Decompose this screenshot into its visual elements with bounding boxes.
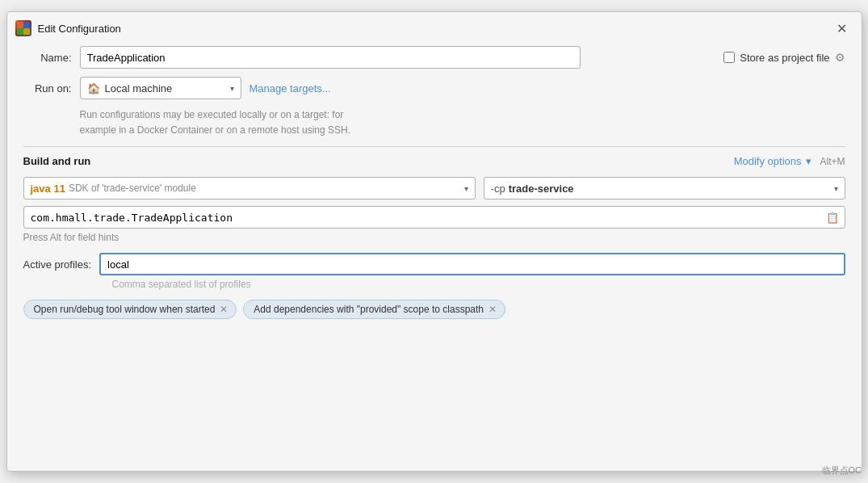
profiles-hint: Comma separated list of profiles xyxy=(112,279,845,290)
main-class-input[interactable] xyxy=(23,206,845,229)
cp-prefix-label: -cp xyxy=(491,183,505,195)
local-machine-label: Local machine xyxy=(105,82,173,94)
store-project-row: Store as project file ⚙ xyxy=(723,51,845,64)
sdk-bold-label: java 11 xyxy=(31,183,65,195)
modify-options-link[interactable]: Modify options xyxy=(734,155,802,167)
divider xyxy=(23,146,845,147)
run-on-label: Run on: xyxy=(23,82,72,94)
cp-value-label: trade-service xyxy=(509,183,574,195)
watermark: 临界点OC xyxy=(822,464,862,477)
active-profiles-row: Active profiles: xyxy=(23,253,845,275)
main-class-row: 📋 xyxy=(23,206,845,229)
home-icon: 🏠 xyxy=(87,82,100,94)
dialog-body: Name: Store as project file ⚙ Run on: 🏠 … xyxy=(7,43,862,471)
sdk-dropdown[interactable]: java 11 SDK of 'trade-service' module ▾ xyxy=(23,177,476,200)
svg-rect-1 xyxy=(23,22,30,28)
store-project-checkbox[interactable] xyxy=(723,52,735,63)
profiles-input[interactable] xyxy=(99,253,845,275)
modify-options-container: Modify options ▾ Alt+M xyxy=(734,155,845,167)
run-on-row: Run on: 🏠 Local machine ▾ Manage targets… xyxy=(23,77,845,99)
svg-rect-3 xyxy=(23,28,30,35)
build-row: java 11 SDK of 'trade-service' module ▾ … xyxy=(23,177,845,200)
tag-add-deps-label: Add dependencies with "provided" scope t… xyxy=(254,304,484,315)
name-label: Name: xyxy=(23,52,72,64)
close-button[interactable]: ✕ xyxy=(834,20,850,36)
name-row: Name: Store as project file ⚙ xyxy=(23,46,845,69)
gear-icon[interactable]: ⚙ xyxy=(835,51,845,64)
hint-line2: example in a Docker Container or on a re… xyxy=(80,124,351,136)
dropdown-arrow-icon: ▾ xyxy=(230,84,234,93)
app-icon xyxy=(15,20,31,36)
build-run-section-header: Build and run Modify options ▾ Alt+M xyxy=(23,155,845,167)
field-hint: Press Alt for field hints xyxy=(23,232,845,243)
dialog-title: Edit Configuration xyxy=(38,23,828,35)
cp-dropdown[interactable]: -cp trade-service ▾ xyxy=(484,177,845,200)
browse-icon[interactable]: 📋 xyxy=(826,212,839,224)
tag-add-deps-close[interactable]: ✕ xyxy=(489,304,497,314)
hint-line1: Run configurations may be executed local… xyxy=(80,109,344,120)
run-on-dropdown[interactable]: 🏠 Local machine ▾ xyxy=(80,77,241,99)
store-project-label: Store as project file xyxy=(740,52,829,64)
tag-open-run-label: Open run/debug tool window when started xyxy=(34,304,216,315)
modify-options-chevron[interactable]: ▾ xyxy=(806,155,811,167)
sdk-dropdown-arrow: ▾ xyxy=(464,184,468,193)
sdk-muted-label: SDK of 'trade-service' module xyxy=(69,183,196,194)
manage-targets-link[interactable]: Manage targets... xyxy=(249,82,331,94)
active-profiles-label: Active profiles: xyxy=(23,258,92,271)
name-input[interactable] xyxy=(80,46,581,69)
tag-add-deps: Add dependencies with "provided" scope t… xyxy=(243,300,505,319)
svg-rect-0 xyxy=(17,22,23,28)
cp-dropdown-arrow: ▾ xyxy=(834,184,838,193)
edit-configuration-dialog: Edit Configuration ✕ Name: Store as proj… xyxy=(6,11,862,472)
tag-open-run: Open run/debug tool window when started … xyxy=(23,300,237,319)
svg-rect-2 xyxy=(17,28,23,35)
modify-shortcut-hint: Alt+M xyxy=(820,156,845,167)
build-run-title: Build and run xyxy=(23,155,91,167)
hint-text: Run configurations may be executed local… xyxy=(80,107,845,138)
title-bar: Edit Configuration ✕ xyxy=(7,12,862,43)
tag-open-run-close[interactable]: ✕ xyxy=(220,304,228,314)
tags-row: Open run/debug tool window when started … xyxy=(23,300,845,319)
